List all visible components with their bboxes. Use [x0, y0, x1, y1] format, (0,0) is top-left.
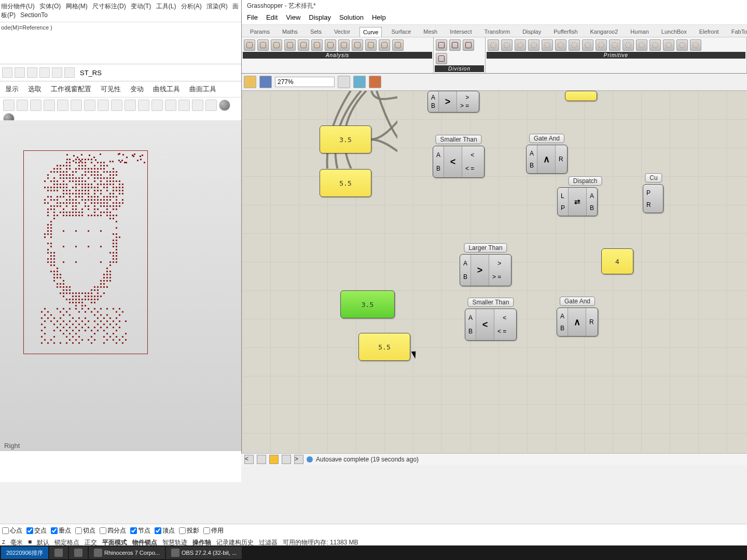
viewport-label[interactable]: Right [4, 442, 20, 450]
ribbon-icon[interactable] [311, 39, 323, 51]
number-panel[interactable]: 5.5 [358, 333, 410, 361]
tool-icon[interactable] [125, 100, 136, 111]
toolbar-icon[interactable] [2, 67, 12, 78]
osnap-垂点[interactable]: 垂点 [51, 526, 71, 535]
ribbon-icon[interactable] [501, 39, 513, 51]
osnap-四分点[interactable]: 四分点 [100, 526, 126, 535]
toolbar-icon[interactable] [27, 67, 37, 78]
menu-item[interactable]: 尺寸标注(D) [92, 3, 126, 10]
tool-icon[interactable] [165, 100, 176, 111]
gh-canvas[interactable]: AB > >> = 3.5 5.5 3.5 5.5 4 Smaller Than… [242, 91, 747, 464]
larger-than-component[interactable]: Larger Than AB > >> = [460, 254, 511, 286]
tab-intersect[interactable]: Intersect [447, 27, 475, 37]
ribbon-icon[interactable] [365, 39, 377, 51]
ribbon-icon[interactable] [436, 53, 447, 64]
menu-help[interactable]: Help [372, 13, 386, 23]
menu-item[interactable]: SectionTo [20, 11, 48, 19]
cluster-icon[interactable] [282, 455, 291, 464]
ribbon-icon[interactable] [676, 39, 688, 51]
number-panel[interactable]: 5.5 [320, 169, 371, 197]
menu-item[interactable]: 网格(M) [66, 3, 88, 10]
ribbon-icon[interactable] [284, 39, 296, 51]
rhino-menubar[interactable]: 细分物件(U) 实体(O) 网格(M) 尺寸标注(D) 变动(T) 工具(L) … [0, 0, 241, 22]
ribbon-icon[interactable] [325, 39, 336, 51]
gate-and-component[interactable]: Gate And AB ∧ R [526, 145, 568, 174]
tab-lunchbox[interactable]: LunchBox [658, 27, 690, 37]
ribbon-icon[interactable] [298, 39, 309, 51]
tab-visibility[interactable]: 可见性 [101, 85, 121, 94]
ribbon-icon[interactable] [609, 39, 620, 51]
tab-display[interactable]: 显示 [5, 85, 19, 94]
compass-icon[interactable] [257, 455, 266, 464]
menu-item[interactable]: 细分物件(U) [1, 3, 35, 10]
osnap-节点[interactable]: 节点 [130, 526, 150, 535]
tab-viewport[interactable]: 工作视窗配置 [51, 85, 91, 94]
tab-params[interactable]: Params [247, 27, 273, 37]
tab-display[interactable]: Display [519, 27, 544, 37]
ribbon-icon[interactable] [542, 39, 553, 51]
tab-transform[interactable]: 变动 [130, 85, 144, 94]
ribbon-icon[interactable] [244, 39, 255, 51]
tab-pufferfish[interactable]: Pufferfish [550, 27, 580, 37]
number-panel-selected[interactable]: 3.5 [340, 290, 395, 318]
ribbon-icon[interactable] [379, 39, 390, 51]
tab-select[interactable]: 选取 [28, 85, 42, 94]
ribbon-icon[interactable] [596, 39, 607, 51]
ribbon-icon[interactable] [352, 39, 363, 51]
smaller-than-component[interactable]: Smaller Than AB < << = [433, 146, 485, 178]
menu-item[interactable]: 工具(L) [156, 3, 176, 10]
nav-left-icon[interactable]: < [244, 455, 254, 464]
ribbon-icon[interactable] [622, 39, 634, 51]
menu-view[interactable]: View [286, 13, 300, 23]
tab-kangaroo[interactable]: Kangaroo2 [587, 27, 621, 37]
tool-icon[interactable] [111, 100, 122, 111]
toolbar-icon[interactable] [52, 67, 62, 78]
larger-than-component[interactable]: AB > >> = [427, 91, 479, 113]
menu-item[interactable]: 渲染(R) [206, 3, 228, 10]
ribbon-icon[interactable] [338, 39, 350, 51]
number-panel[interactable]: 3.5 [320, 125, 371, 153]
ribbon-icon[interactable] [488, 39, 499, 51]
ribbon-icon[interactable] [636, 39, 647, 51]
open-icon[interactable] [244, 76, 256, 88]
toolbar-icon[interactable] [15, 67, 25, 78]
tab-surface-tools[interactable]: 曲面工具 [189, 85, 216, 94]
tool-icon[interactable] [178, 100, 190, 111]
ribbon-icon[interactable] [449, 39, 461, 51]
ribbon-icon[interactable] [392, 39, 404, 51]
markov-icon[interactable] [269, 455, 279, 464]
nav-right-icon[interactable]: > [294, 455, 303, 464]
toolbar-icon[interactable] [64, 67, 75, 78]
dispatch-component[interactable]: Dispatch LP ⇄ AB [557, 187, 598, 216]
osnap-顶点[interactable]: 顶点 [155, 526, 175, 535]
menu-edit[interactable]: Edit [266, 13, 278, 23]
number-panel[interactable] [565, 91, 597, 101]
osnap-停用[interactable]: 停用 [203, 526, 224, 535]
cull-component[interactable]: Cu PR [643, 184, 663, 213]
smaller-than-component[interactable]: Smaller Than AB < << = [465, 309, 517, 341]
taskbar-item[interactable] [69, 547, 88, 559]
ribbon-icon[interactable] [690, 39, 701, 51]
tool-icon[interactable] [205, 100, 217, 111]
osnap-交点[interactable]: 交点 [26, 526, 47, 535]
tool-icon[interactable] [192, 100, 203, 111]
tool-icon[interactable] [57, 100, 68, 111]
tab-human[interactable]: Human [627, 27, 652, 37]
tool-icon[interactable] [151, 100, 163, 111]
tool-icon[interactable] [71, 100, 82, 111]
gate-and-component[interactable]: Gate And AB ∧ R [557, 307, 598, 337]
tab-curve[interactable]: Curve [359, 27, 382, 37]
tool-icon[interactable] [138, 100, 149, 111]
osnap-投影[interactable]: 投影 [179, 526, 199, 535]
sketch-icon[interactable] [369, 76, 381, 88]
menu-file[interactable]: File [247, 13, 258, 23]
toolbar-icon[interactable] [39, 67, 50, 78]
tab-vector[interactable]: Vector [331, 27, 353, 37]
taskbar-item[interactable]: 20220906排序 [1, 547, 48, 559]
number-panel[interactable]: 4 [601, 248, 633, 274]
tab-surface[interactable]: Surface [388, 27, 414, 37]
ribbon-icon[interactable] [257, 39, 269, 51]
tab-mesh[interactable]: Mesh [420, 27, 440, 37]
ribbon-icon[interactable] [649, 39, 661, 51]
tab-elefront[interactable]: Elefront [696, 27, 722, 37]
